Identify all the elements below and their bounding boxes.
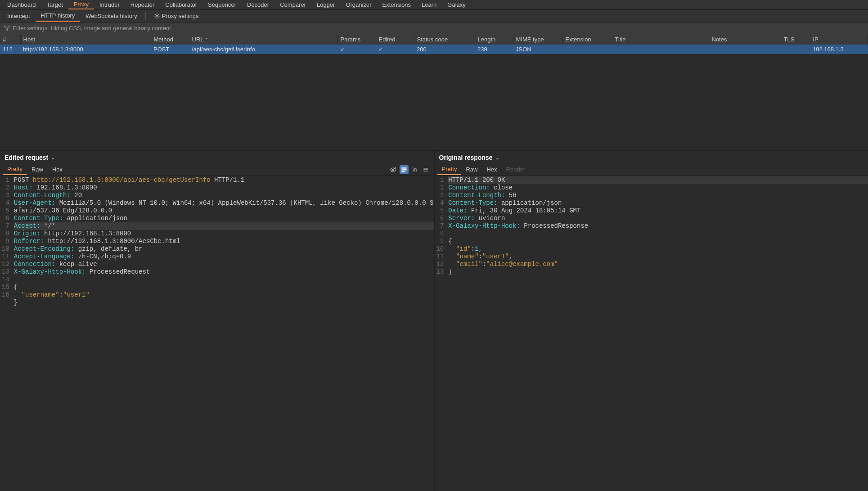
col-tls[interactable]: TLS <box>781 34 810 45</box>
newline-icon[interactable]: \n <box>410 165 419 174</box>
col-ext[interactable]: Extension <box>562 34 612 45</box>
main-tab-decoder[interactable]: Decoder <box>242 0 274 9</box>
response-view-tab-render: Render <box>502 164 530 175</box>
editor-panels: Edited request⌄PrettyRawHex\n12345678910… <box>0 150 868 491</box>
filter-label: Filter settings: Hiding CSS, image and g… <box>13 25 171 32</box>
table-row[interactable]: 112http://192.168.1.3:8000POST/api/aes-c… <box>0 45 868 54</box>
response-view-tab-pretty[interactable]: Pretty <box>437 164 462 175</box>
cell-num: 112 <box>0 45 20 54</box>
sub-tab-intercept[interactable]: Intercept <box>2 11 36 21</box>
main-tab-collaborator[interactable]: Collaborator <box>160 0 202 9</box>
chevron-down-icon: ⌄ <box>51 155 55 161</box>
main-tab-dashboard[interactable]: Dashboard <box>2 0 41 9</box>
cell-url: /api/aes-cbc/getUserInfo <box>189 45 337 54</box>
proxy-settings-button[interactable]: Proxy settings <box>148 11 204 22</box>
main-tab-comparer[interactable]: Comparer <box>274 0 311 9</box>
response-view-tabs: PrettyRawHexRender <box>435 164 868 176</box>
main-tab-organizer[interactable]: Organizer <box>340 0 377 9</box>
cell-mime: JSON <box>513 45 562 54</box>
col-url[interactable]: URL⌃ <box>189 34 337 45</box>
chevron-down-icon: ⌄ <box>495 155 499 161</box>
cell-edited: ✓ <box>376 45 414 54</box>
main-tab-extensions[interactable]: Extensions <box>377 0 417 9</box>
hamburger-icon[interactable] <box>421 165 430 174</box>
sub-tab-bar: InterceptHTTP historyWebSockets historyP… <box>0 10 868 23</box>
cell-params: ✓ <box>337 45 376 54</box>
main-tab-galaxy[interactable]: Galaxy <box>442 0 471 9</box>
request-view-tab-hex[interactable]: Hex <box>48 164 67 175</box>
col-notes[interactable]: Notes <box>709 34 781 45</box>
svg-rect-5 <box>401 171 405 172</box>
request-view-tab-pretty[interactable]: Pretty <box>3 164 27 175</box>
main-tab-target[interactable]: Target <box>41 0 68 9</box>
main-tab-proxy[interactable]: Proxy <box>68 0 94 9</box>
col-title[interactable]: Title <box>612 34 709 45</box>
svg-rect-4 <box>401 169 406 170</box>
response-view-tab-hex[interactable]: Hex <box>482 164 501 175</box>
col-mime[interactable]: MIME type <box>513 34 562 45</box>
main-tab-logger[interactable]: Logger <box>311 0 340 9</box>
col-method[interactable]: Method <box>151 34 189 45</box>
request-panel-header[interactable]: Edited request⌄ <box>0 151 434 164</box>
gear-icon <box>154 13 160 19</box>
filter-bar[interactable]: Filter settings: Hiding CSS, image and g… <box>0 23 868 34</box>
col-num[interactable]: # <box>0 34 20 45</box>
main-tab-learn[interactable]: Learn <box>416 0 442 9</box>
cell-length: 239 <box>475 45 513 54</box>
wrap-icon[interactable] <box>400 165 409 174</box>
request-panel: Edited request⌄PrettyRawHex\n12345678910… <box>0 151 435 491</box>
sub-tab-websockets-history[interactable]: WebSockets history <box>80 11 143 21</box>
col-edited[interactable]: Edited <box>376 34 414 45</box>
main-tab-intruder[interactable]: Intruder <box>94 0 125 9</box>
cell-ip: 192.168.1.3 <box>810 45 868 54</box>
col-ip[interactable]: IP <box>810 34 868 45</box>
cell-title <box>612 45 709 54</box>
col-length[interactable]: Length <box>475 34 513 45</box>
response-view-tab-raw[interactable]: Raw <box>461 164 482 175</box>
svg-point-0 <box>156 15 158 17</box>
cell-status: 200 <box>414 45 475 54</box>
svg-rect-3 <box>401 167 406 168</box>
request-view-tabs: PrettyRawHex\n <box>0 164 434 176</box>
col-status[interactable]: Status code <box>414 34 475 45</box>
request-editor[interactable]: 12345678910111213141516POST http://192.1… <box>0 176 434 491</box>
hide-icon[interactable] <box>389 165 398 174</box>
filter-icon <box>4 25 10 32</box>
cell-method: POST <box>151 45 189 54</box>
col-host[interactable]: Host <box>20 34 151 45</box>
cell-host: http://192.168.1.3:8000 <box>20 45 151 54</box>
main-tab-bar: DashboardTargetProxyIntruderRepeaterColl… <box>0 0 868 10</box>
request-view-tab-raw[interactable]: Raw <box>27 164 48 175</box>
history-table-container: #HostMethodURL⌃ParamsEditedStatus codeLe… <box>0 34 868 150</box>
history-table: #HostMethodURL⌃ParamsEditedStatus codeLe… <box>0 34 868 54</box>
sub-tab-http-history[interactable]: HTTP history <box>36 10 81 22</box>
cell-tls <box>781 45 810 54</box>
response-panel-header[interactable]: Original response⌄ <box>435 151 868 164</box>
response-panel: Original response⌄PrettyRawHexRender1234… <box>435 151 868 491</box>
sort-caret-icon: ⌃ <box>205 37 208 42</box>
cell-ext <box>562 45 612 54</box>
main-tab-repeater[interactable]: Repeater <box>125 0 160 9</box>
col-params[interactable]: Params <box>337 34 376 45</box>
main-tab-sequencer[interactable]: Sequencer <box>202 0 242 9</box>
cell-notes <box>709 45 781 54</box>
response-editor[interactable]: 12345678910111213HTTP/1.1 200 OKConnecti… <box>435 176 868 491</box>
